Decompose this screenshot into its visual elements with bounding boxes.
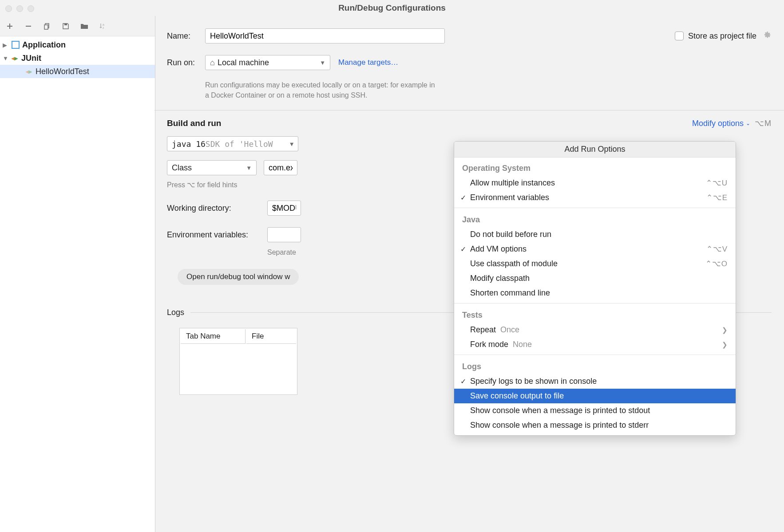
sidebar-toolbar: az [0,16,155,36]
minimize-dot[interactable] [16,5,23,12]
svg-rect-2 [64,24,67,25]
store-checkbox[interactable] [675,32,684,40]
menu-label: Modify classpath [470,274,530,283]
logs-table: Tab Name File [179,328,297,395]
build-run-header: Build and run Modify options ⌄ ⌥M [167,118,772,128]
chevron-right-icon: ▶ [3,42,9,48]
titlebar: Run/Debug Configurations [0,0,784,16]
store-label: Store as project file [688,32,756,41]
col-tab-name: Tab Name [181,329,245,344]
menu-label: Do not build before run [470,230,551,239]
chevron-down-icon: ▼ [290,141,293,147]
chevron-down-icon: ▼ [3,55,9,62]
config-tree: ▶ Application ▼ ◂▸ JUnit ◂▸ HelloWorldTe… [0,36,155,78]
opt-allow-multiple-instances[interactable]: Allow multiple instances ⌃⌥U [454,176,736,190]
logs-label: Logs [155,308,190,317]
menu-label: Repeat [470,325,496,335]
name-label: Name: [167,32,205,41]
divider [454,208,736,208]
group-logs: Logs [454,358,736,374]
add-icon[interactable] [5,22,14,31]
modify-options-link[interactable]: Modify options ⌄ [692,119,750,128]
opt-shorten-command-line[interactable]: Shorten command line [454,286,736,300]
chevron-right-icon: ❯ [722,326,728,334]
test-kind-select[interactable]: Class ▼ [167,160,257,175]
run-on-row: Run on: ⌂ Local machine ▼ Manage targets… [167,55,772,70]
working-dir-input[interactable] [267,201,301,216]
tree-item-application[interactable]: ▶ Application [0,38,155,51]
popup-title: Add Run Options [454,142,736,158]
folder-icon[interactable] [80,22,89,31]
gear-icon[interactable] [763,31,772,42]
opt-environment-variables[interactable]: ✓ Environment variables ⌃⌥E [454,190,736,205]
table-empty [181,345,296,394]
menu-value: None [513,340,532,349]
working-dir-label: Working directory: [167,204,267,213]
copy-icon[interactable] [43,22,51,31]
open-tool-window-chip[interactable]: Open run/debug tool window w [178,269,299,285]
chevron-down-icon: ▼ [320,59,325,66]
menu-label: Environment variables [470,193,549,202]
tree-item-helloworldtest[interactable]: ◂▸ HelloWorldTest [0,65,155,78]
menu-label: Specify logs to be shown in console [470,377,597,386]
tree-label: HelloWorldTest [36,67,89,76]
tree-item-junit[interactable]: ▼ ◂▸ JUnit [0,51,155,65]
divider [454,355,736,355]
window-controls[interactable] [5,5,34,12]
opt-add-vm-options[interactable]: ✓ Add VM options ⌃⌥V [454,242,736,256]
menu-label: Fork mode [470,340,508,349]
menu-label: Use classpath of module [470,259,558,268]
name-row: Name: Store as project file [167,28,772,43]
home-icon: ⌂ [210,58,215,67]
svg-rect-1 [44,25,48,29]
shortcut: ⌃⌥E [706,193,728,202]
opt-save-console-to-file[interactable]: Save console output to file [454,389,736,403]
opt-modify-classpath[interactable]: Modify classpath [454,271,736,286]
class-input[interactable] [264,160,297,175]
shortcut: ⌃⌥U [706,178,728,188]
junit-icon: ◂▸ [12,55,18,62]
svg-text:a: a [103,23,104,26]
opt-specify-logs[interactable]: ✓ Specify logs to be shown in console [454,374,736,389]
chip-label: Open run/debug tool window w [186,272,290,281]
sdk-value-suffix: SDK of 'HelloW [206,139,273,149]
shortcut: ⌃⌥O [705,259,728,268]
opt-repeat[interactable]: Repeat Once ❯ [454,323,736,337]
manage-targets-link[interactable]: Manage targets… [338,58,398,67]
opt-show-console-stdout[interactable]: Show console when a message is printed t… [454,403,736,418]
remove-icon[interactable] [24,22,33,31]
menu-label: Shorten command line [470,288,550,298]
zoom-dot[interactable] [28,5,34,12]
menu-value: Once [500,325,519,335]
menu-label: Allow multiple instances [470,178,555,188]
sort-az-icon[interactable]: az [99,22,107,31]
opt-do-not-build[interactable]: Do not build before run [454,227,736,242]
opt-fork-mode[interactable]: Fork mode None ❯ [454,337,736,352]
sidebar: az ▶ Application ▼ ◂▸ JUnit ◂▸ HelloWorl… [0,16,155,532]
chevron-down-icon: ▼ [246,165,252,171]
save-icon[interactable] [61,22,70,31]
application-icon [12,41,20,49]
run-on-label: Run on: [167,58,205,67]
name-input[interactable] [205,28,445,43]
col-file: File [246,329,296,344]
test-kind-value: Class [172,163,192,173]
tree-label: Application [22,40,66,50]
menu-label: Show console when a message is printed t… [470,406,650,415]
modify-options-label: Modify options [692,119,744,128]
env-vars-input[interactable] [267,227,301,242]
tree-label: JUnit [21,54,41,63]
add-run-options-popup: Add Run Options Operating System Allow m… [454,141,736,436]
svg-text:z: z [103,26,104,29]
run-on-select[interactable]: ⌂ Local machine ▼ [205,55,330,70]
sdk-value-prefix: java 16 [172,139,206,149]
run-on-value: Local machine [218,58,269,67]
opt-use-classpath[interactable]: Use classpath of module ⌃⌥O [454,256,736,271]
sdk-select[interactable]: java 16 SDK of 'HelloW ▼ [167,136,298,151]
env-vars-label: Environment variables: [167,230,267,240]
close-dot[interactable] [5,5,12,12]
chevron-right-icon: ❯ [722,341,728,349]
divider [454,303,736,303]
opt-show-console-stderr[interactable]: Show console when a message is printed t… [454,418,736,433]
check-icon: ✓ [460,245,466,253]
